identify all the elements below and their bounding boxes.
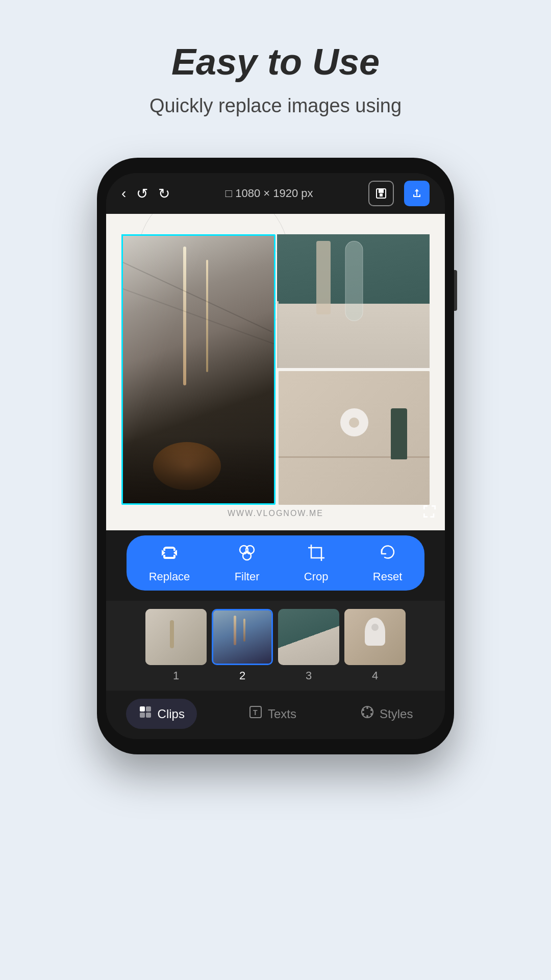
thumb-item-4[interactable]: 4	[344, 609, 406, 682]
filter-tool[interactable]: Filter	[235, 543, 260, 583]
svg-rect-8	[146, 706, 151, 712]
fullscreen-icon[interactable]	[421, 503, 438, 523]
thumb-num-2: 2	[239, 669, 245, 682]
svg-point-17	[366, 715, 368, 717]
share-button[interactable]	[404, 181, 430, 206]
dimensions-label: □ 551 × 980 px	[180, 187, 358, 200]
svg-point-18	[362, 713, 364, 715]
replace-tool[interactable]: Replace	[149, 543, 190, 583]
thumb-num-4: 4	[372, 669, 378, 682]
texts-icon: T	[248, 705, 263, 723]
page-subtitle: Quickly replace images using	[149, 95, 402, 117]
thumb-num-1: 1	[173, 669, 179, 682]
svg-rect-1	[379, 189, 384, 193]
bottom-right-panel[interactable]	[279, 371, 430, 505]
styles-icon	[360, 705, 374, 723]
toolbar-container: Replace Filter	[106, 530, 445, 601]
canvas-bg: WWW.VLOGNOW.ME	[106, 214, 445, 530]
thumbnail-strip: 1 2 3	[106, 601, 445, 691]
nav-texts[interactable]: T Texts	[236, 699, 309, 729]
svg-point-16	[370, 713, 372, 715]
undo-icon[interactable]: ↺	[136, 185, 148, 202]
svg-rect-6	[311, 548, 321, 558]
thumb-img-1[interactable]	[145, 609, 207, 665]
svg-point-14	[366, 707, 368, 709]
phone-inner: ‹ ↺ ↻ □ 551 × 980 px	[106, 173, 445, 739]
replace-icon	[159, 543, 180, 566]
phone-topbar: ‹ ↺ ↻ □ 551 × 980 px	[106, 173, 445, 214]
reset-icon	[378, 543, 398, 566]
thumb-bg-1	[145, 609, 207, 665]
svg-rect-9	[140, 713, 145, 718]
toolbar-strip: Replace Filter	[127, 535, 424, 591]
page-title: Easy to Use	[171, 41, 380, 83]
thumb-item-3[interactable]: 3	[278, 609, 339, 682]
replace-label: Replace	[149, 570, 190, 583]
nav-styles[interactable]: Styles	[348, 699, 425, 729]
main-image-layout	[121, 234, 430, 505]
right-panels	[279, 234, 430, 505]
back-icon[interactable]: ‹	[121, 185, 126, 202]
watermark: WWW.VLOGNOW.ME	[228, 509, 323, 518]
styles-label: Styles	[380, 707, 413, 721]
share-icon	[411, 187, 423, 200]
svg-text:T: T	[253, 708, 258, 717]
thumb-bg-4	[344, 609, 406, 665]
clips-label: Clips	[158, 707, 185, 721]
thumb-bg-3	[278, 609, 339, 665]
thumb-img-4[interactable]	[344, 609, 406, 665]
texts-label: Texts	[268, 707, 296, 721]
thumb-item-2[interactable]: 2	[212, 609, 273, 682]
reset-label: Reset	[373, 570, 402, 583]
thumb-item-1[interactable]: 1	[145, 609, 207, 682]
reset-tool[interactable]: Reset	[373, 543, 402, 583]
redo-icon[interactable]: ↻	[158, 185, 170, 202]
nav-clips[interactable]: Clips	[126, 699, 197, 729]
svg-rect-2	[380, 193, 383, 197]
save-button[interactable]	[368, 181, 394, 206]
crop-label: Crop	[304, 570, 329, 583]
left-panel-candles[interactable]	[121, 234, 276, 505]
thumb-img-3[interactable]	[278, 609, 339, 665]
thumb-num-3: 3	[306, 669, 312, 682]
bottom-nav: Clips T Texts	[106, 691, 445, 739]
svg-rect-10	[146, 713, 151, 718]
filter-label: Filter	[235, 570, 260, 583]
thumb-img-2[interactable]	[212, 609, 273, 665]
top-right-panel[interactable]	[279, 234, 430, 368]
canvas-area[interactable]: WWW.VLOGNOW.ME	[106, 214, 445, 530]
filter-icon	[237, 543, 257, 566]
crop-icon	[306, 543, 327, 566]
phone-mockup: ‹ ↺ ↻ □ 551 × 980 px	[97, 158, 454, 754]
side-button	[454, 270, 457, 311]
svg-point-19	[362, 709, 364, 711]
clips-icon	[138, 705, 153, 723]
crop-tool[interactable]: Crop	[304, 543, 329, 583]
svg-rect-7	[140, 706, 145, 712]
svg-point-15	[370, 709, 372, 711]
thumb-bg-2	[213, 610, 271, 664]
save-icon	[375, 187, 387, 200]
